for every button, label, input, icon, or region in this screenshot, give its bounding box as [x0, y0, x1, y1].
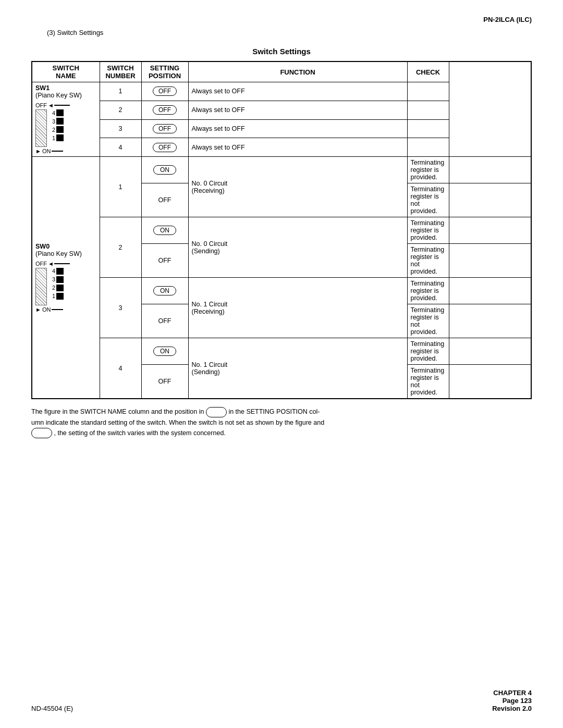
- sw0-key1: [56, 293, 64, 300]
- sw1-key2: [56, 126, 64, 133]
- sw0-function-3-on: Terminating register is provided.: [407, 278, 449, 304]
- sw1-number-1: 1: [100, 82, 141, 101]
- sw1-function-2: Always set to OFF: [188, 101, 407, 119]
- sw0-row2-on: 2 ON No. 0 Circuit(Sending) Terminating …: [32, 217, 531, 244]
- sw1-name-cell: SW1 (Piano Key SW) OFF ◄: [32, 82, 100, 157]
- sw0-pos-4-on: ON: [141, 338, 188, 365]
- col-header-setting-position: SETTINGPOSITION: [141, 61, 188, 82]
- sw0-circuit-3: No. 1 Circuit(Receiving): [188, 278, 407, 338]
- sw1-pos-4: OFF: [141, 138, 188, 157]
- sw1-key3: [56, 118, 64, 125]
- sw0-function-3-off: Terminating register is not provided.: [407, 304, 449, 338]
- sw1-sub: (Piano Key SW): [35, 92, 96, 99]
- sw0-name: SW0: [35, 243, 96, 250]
- sw1-pos-1: OFF: [141, 82, 188, 101]
- note-section: The figure in the SWITCH NAME column and…: [31, 406, 532, 438]
- sw0-check-2-on: [449, 217, 531, 244]
- sw0-check-1-off: [449, 183, 531, 217]
- page-header: PN-2ILCA (ILC): [31, 16, 532, 23]
- sw0-pos-1-off: OFF: [141, 183, 188, 217]
- sw0-number-1: 1: [100, 157, 141, 217]
- sw1-name: SW1: [35, 84, 96, 92]
- sw0-row3-on: 3 ON No. 1 Circuit(Receiving) Terminatin…: [32, 278, 531, 304]
- sw1-row4: 4 OFF Always set to OFF: [32, 138, 531, 157]
- sw0-pos-4-off: OFF: [141, 365, 188, 399]
- footer-right: CHAPTER 4 Page 123 Revision 2.0: [492, 689, 532, 712]
- sw0-pos-3-off: OFF: [141, 304, 188, 338]
- sw0-check-4-off: [449, 365, 531, 399]
- switch-settings-table: SWITCHNAME SWITCHNUMBER SETTINGPOSITION …: [31, 61, 532, 399]
- sw1-check-1: [407, 82, 449, 101]
- sw0-key3: [56, 276, 64, 283]
- page-footer: ND-45504 (E) CHAPTER 4 Page 123 Revision…: [31, 689, 532, 712]
- sw0-check-1-on: [449, 157, 531, 183]
- sw0-function-4-off: Terminating register is not provided.: [407, 365, 449, 399]
- sw1-function-1: Always set to OFF: [188, 82, 407, 101]
- note-text2: in the SETTING POSITION col-: [228, 408, 320, 415]
- sw0-pos-2-on: ON: [141, 217, 188, 244]
- sw0-number-4: 4: [100, 338, 141, 399]
- sw0-pos-2-off: OFF: [141, 244, 188, 278]
- footer-revision: Revision 2.0: [492, 705, 532, 712]
- sw1-number-2: 2: [100, 101, 141, 119]
- footer-chapter: CHAPTER 4: [492, 689, 532, 697]
- sw0-sub: (Piano Key SW): [35, 250, 96, 257]
- sw0-key2: [56, 285, 64, 291]
- sw1-row1: SW1 (Piano Key SW) OFF ◄: [32, 82, 531, 101]
- sw0-number-3: 3: [100, 278, 141, 338]
- sw1-function-3: Always set to OFF: [188, 119, 407, 138]
- sw0-circuit-4: No. 1 Circuit(Sending): [188, 338, 407, 399]
- sw0-function-1-on: Terminating register is provided.: [407, 157, 449, 183]
- note-text4: , the setting of the switch varies with …: [54, 429, 225, 437]
- note-text1: The figure in the SWITCH NAME column and…: [31, 408, 204, 415]
- sw1-number-4: 4: [100, 138, 141, 157]
- sw0-number-2: 2: [100, 217, 141, 278]
- sw0-row4-on: 4 ON No. 1 Circuit(Sending) Terminating …: [32, 338, 531, 365]
- sw1-function-4: Always set to OFF: [188, 138, 407, 157]
- sw1-pos-3: OFF: [141, 119, 188, 138]
- footer-page: Page 123: [492, 697, 532, 705]
- sw0-name-cell: SW0 (Piano Key SW) OFF ◄: [32, 157, 100, 399]
- sw1-check-4: [407, 138, 449, 157]
- sw1-check-2: [407, 101, 449, 119]
- sw0-check-2-off: [449, 244, 531, 278]
- sw0-diagram: OFF ◄ 4: [35, 261, 96, 313]
- sw1-key1: [56, 134, 64, 141]
- note-inline-pill2: [31, 428, 52, 438]
- sw0-circuit-1: No. 0 Circuit(Receiving): [188, 157, 407, 217]
- sw0-function-2-off: Terminating register is not provided.: [407, 244, 449, 278]
- section-label: (3) Switch Settings: [47, 29, 532, 36]
- sw1-number-3: 3: [100, 119, 141, 138]
- col-header-switch-name: SWITCHNAME: [32, 61, 100, 82]
- table-header-row: SWITCHNAME SWITCHNUMBER SETTINGPOSITION …: [32, 61, 531, 82]
- sw0-pos-3-on: ON: [141, 278, 188, 304]
- header-title: PN-2ILCA (ILC): [483, 16, 532, 23]
- sw1-off-label: OFF: [35, 102, 47, 108]
- sw1-check-3: [407, 119, 449, 138]
- sw1-diagram: OFF ◄ 4: [35, 102, 96, 154]
- sw1-row2: 2 OFF Always set to OFF: [32, 101, 531, 119]
- sw0-hatch: [35, 268, 47, 305]
- sw0-function-4-on: Terminating register is provided.: [407, 338, 449, 365]
- sw1-row3: 3 OFF Always set to OFF: [32, 119, 531, 138]
- note-text3: umn indicate the standard setting of the…: [31, 419, 324, 426]
- col-header-function: FUNCTION: [188, 61, 407, 82]
- sw0-check-3-on: [449, 278, 531, 304]
- col-header-check: CHECK: [407, 61, 449, 82]
- sw0-function-1-off: Terminating register is not provided.: [407, 183, 449, 217]
- col-header-switch-number: SWITCHNUMBER: [100, 61, 141, 82]
- sw1-hatch: [35, 109, 47, 147]
- footer-left: ND-45504 (E): [31, 705, 73, 712]
- sw1-pos-2: OFF: [141, 101, 188, 119]
- sw0-row1-on: SW0 (Piano Key SW) OFF ◄: [32, 157, 531, 183]
- note-inline-pill1: [206, 407, 227, 417]
- sw0-check-3-off: [449, 304, 531, 338]
- table-title: Switch Settings: [31, 47, 532, 56]
- sw0-circuit-2: No. 0 Circuit(Sending): [188, 217, 407, 278]
- sw0-pos-1-on: ON: [141, 157, 188, 183]
- sw0-check-4-on: [449, 338, 531, 365]
- page-wrapper: PN-2ILCA (ILC) (3) Switch Settings Switc…: [0, 0, 563, 728]
- sw0-key4: [56, 268, 64, 275]
- sw0-function-2-on: Terminating register is provided.: [407, 217, 449, 244]
- sw1-key4: [56, 109, 64, 116]
